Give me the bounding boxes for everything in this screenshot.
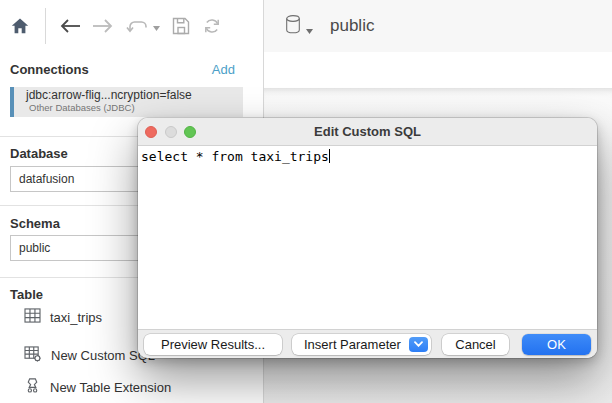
cancel-button[interactable]: Cancel <box>442 334 509 355</box>
insert-parameter-button[interactable]: Insert Parameter <box>292 334 431 355</box>
connections-label: Connections <box>10 62 89 77</box>
schema-label: Schema <box>10 216 60 231</box>
sql-text: select * from taxi_trips <box>141 149 329 164</box>
schema-select-value: public <box>19 241 50 255</box>
refresh-icon[interactable] <box>202 16 222 36</box>
database-dropdown-caret-icon[interactable] <box>306 20 313 38</box>
sql-text-editor[interactable]: select * from taxi_trips <box>138 146 597 329</box>
home-icon[interactable] <box>10 16 30 36</box>
replay-dropdown-caret-icon[interactable] <box>153 17 160 35</box>
connection-item[interactable]: jdbc:arrow-flig...ncryption=false Other … <box>10 87 243 117</box>
table-grid-icon <box>24 308 41 326</box>
table-gear-icon <box>24 346 42 365</box>
dialog-titlebar[interactable]: Edit Custom SQL <box>138 118 597 146</box>
edit-custom-sql-dialog: Edit Custom SQL select * from taxi_trips… <box>138 118 597 358</box>
new-table-extension-item[interactable]: New Table Extension <box>24 377 171 397</box>
connection-subtitle: Other Databases (JDBC) <box>29 102 243 113</box>
database-label: Database <box>10 146 68 161</box>
table-item-taxi-trips[interactable]: taxi_trips <box>24 308 102 326</box>
add-connection-link[interactable]: Add <box>212 62 235 77</box>
forward-arrow-icon[interactable] <box>92 18 114 34</box>
table-item-label: New Table Extension <box>50 380 171 395</box>
database-select-value: datafusion <box>19 172 74 186</box>
connections-header: Connections Add <box>10 62 235 77</box>
table-label: Table <box>10 287 43 302</box>
table-item-label: taxi_trips <box>50 310 102 325</box>
back-arrow-icon[interactable] <box>59 18 81 34</box>
ok-button[interactable]: OK <box>522 334 591 355</box>
insert-parameter-label: Insert Parameter <box>304 337 401 352</box>
table-extension-icon <box>24 377 41 397</box>
preview-results-button[interactable]: Preview Results... <box>144 334 282 355</box>
new-custom-sql-item[interactable]: New Custom SQL <box>24 346 155 365</box>
dialog-title: Edit Custom SQL <box>314 124 421 139</box>
dialog-buttonbar: Preview Results... Insert Parameter Canc… <box>138 329 597 358</box>
datasource-header: public <box>264 0 612 52</box>
text-caret <box>329 149 330 163</box>
database-cylinder-icon[interactable] <box>284 14 302 39</box>
zoom-button[interactable] <box>184 126 196 138</box>
traffic-lights <box>145 126 196 138</box>
minimize-button <box>165 126 177 138</box>
chevron-down-icon <box>409 337 428 352</box>
save-icon[interactable] <box>171 16 191 36</box>
page-title: public <box>330 16 374 36</box>
connection-title: jdbc:arrow-flig...ncryption=false <box>26 88 243 102</box>
close-button[interactable] <box>145 126 157 138</box>
toolbar <box>0 0 263 52</box>
replay-icon[interactable] <box>125 17 151 35</box>
toolbar-separator <box>45 8 46 44</box>
